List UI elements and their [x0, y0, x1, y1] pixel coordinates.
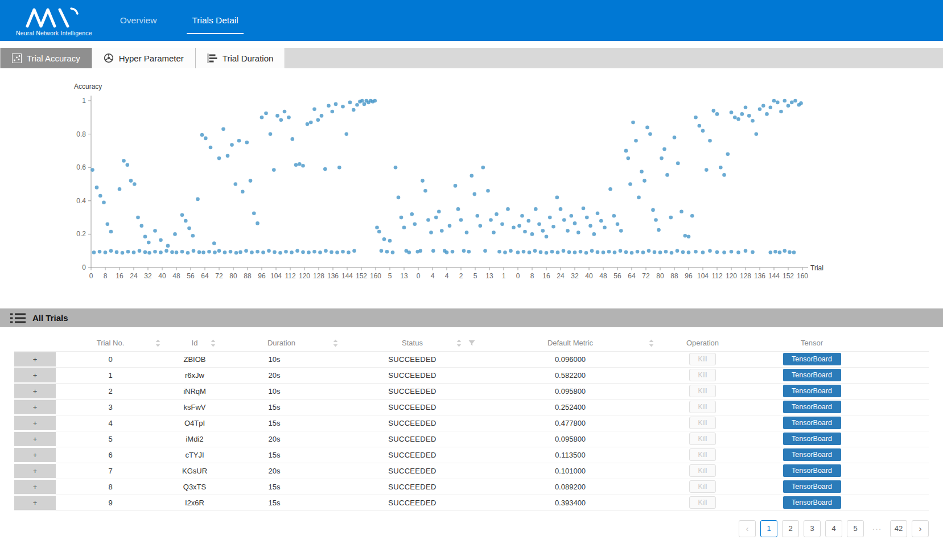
scatter-point[interactable]: [341, 250, 345, 254]
scatter-point[interactable]: [102, 200, 106, 204]
scatter-point[interactable]: [690, 214, 694, 218]
scatter-point[interactable]: [341, 105, 345, 109]
kill-button[interactable]: Kill: [689, 385, 715, 397]
scatter-point[interactable]: [628, 182, 632, 186]
scatter-point[interactable]: [534, 207, 538, 211]
scatter-point[interactable]: [213, 250, 217, 254]
scatter-point[interactable]: [244, 249, 248, 253]
pagination-page[interactable]: 3: [804, 520, 821, 537]
scatter-point[interactable]: [533, 249, 537, 253]
scatter-point[interactable]: [751, 119, 755, 123]
col-header-trial-no[interactable]: Trial No.: [56, 335, 165, 351]
tensorboard-button[interactable]: TensorBoard: [783, 353, 841, 365]
scatter-point[interactable]: [783, 249, 787, 253]
scatter-point[interactable]: [648, 132, 652, 136]
scatter-point[interactable]: [298, 162, 302, 166]
scatter-point[interactable]: [217, 249, 221, 253]
scatter-point[interactable]: [402, 225, 406, 229]
scatter-point[interactable]: [147, 251, 151, 255]
scatter-point[interactable]: [306, 122, 310, 126]
scatter-point[interactable]: [229, 250, 233, 254]
expand-row-button[interactable]: +: [14, 464, 56, 478]
scatter-point[interactable]: [197, 250, 201, 254]
scatter-point[interactable]: [489, 218, 493, 222]
pagination-page[interactable]: 4: [825, 520, 842, 537]
scatter-point[interactable]: [495, 212, 499, 216]
scatter-point[interactable]: [492, 230, 496, 234]
scatter-point[interactable]: [221, 127, 225, 131]
scatter-point[interactable]: [347, 250, 351, 254]
scatter-point[interactable]: [680, 210, 683, 214]
scatter-point[interactable]: [275, 114, 279, 118]
scatter-point[interactable]: [634, 139, 638, 143]
kill-button[interactable]: Kill: [689, 433, 715, 445]
scatter-point[interactable]: [391, 250, 395, 254]
scatter-point[interactable]: [191, 234, 195, 238]
scatter-point[interactable]: [279, 118, 283, 122]
scatter-point[interactable]: [664, 250, 668, 254]
scatter-point[interactable]: [207, 250, 211, 254]
pagination-page[interactable]: 2: [782, 520, 799, 537]
scatter-point[interactable]: [138, 249, 142, 253]
filter-icon[interactable]: [468, 340, 475, 347]
scatter-point[interactable]: [261, 250, 265, 254]
col-header-status[interactable]: Status: [343, 335, 482, 351]
scatter-point[interactable]: [209, 146, 213, 150]
scatter-point[interactable]: [573, 221, 577, 225]
scatter-point[interactable]: [301, 250, 305, 254]
scatter-point[interactable]: [584, 251, 588, 255]
scatter-point[interactable]: [567, 250, 571, 254]
kill-button[interactable]: Kill: [689, 369, 715, 381]
scatter-point[interactable]: [517, 224, 521, 228]
scatter-point[interactable]: [744, 249, 748, 253]
scatter-point[interactable]: [473, 192, 477, 196]
scatter-point[interactable]: [520, 214, 524, 218]
scatter-point[interactable]: [147, 241, 151, 245]
scatter-point[interactable]: [624, 149, 628, 153]
scatter-point[interactable]: [234, 182, 238, 186]
scatter-point[interactable]: [761, 104, 765, 108]
scatter-point[interactable]: [528, 250, 532, 254]
expand-row-button[interactable]: +: [14, 480, 56, 494]
scatter-point[interactable]: [539, 250, 543, 254]
col-header-duration[interactable]: Duration: [220, 335, 343, 351]
scatter-point[interactable]: [654, 218, 658, 222]
expand-row-button[interactable]: +: [14, 368, 56, 382]
scatter-point[interactable]: [673, 135, 677, 139]
scatter-point[interactable]: [530, 232, 534, 236]
scatter-point[interactable]: [397, 196, 401, 200]
scatter-point[interactable]: [509, 249, 513, 253]
scatter-point[interactable]: [273, 250, 277, 254]
tensorboard-button[interactable]: TensorBoard: [783, 385, 841, 397]
pagination-page[interactable]: 1: [760, 520, 777, 537]
scatter-point[interactable]: [394, 166, 398, 170]
scatter-point[interactable]: [245, 141, 249, 145]
scatter-point[interactable]: [730, 250, 734, 254]
scatter-point[interactable]: [373, 99, 377, 103]
scatter-point[interactable]: [683, 234, 687, 238]
scatter-point[interactable]: [192, 249, 196, 253]
scatter-point[interactable]: [320, 114, 324, 118]
kill-button[interactable]: Kill: [689, 417, 715, 429]
scatter-point[interactable]: [249, 179, 253, 183]
sort-icon[interactable]: [456, 339, 462, 347]
scatter-point[interactable]: [579, 250, 583, 254]
scatter-point[interactable]: [793, 99, 797, 103]
scatter-point[interactable]: [670, 251, 674, 255]
scatter-point[interactable]: [284, 250, 288, 254]
scatter-point[interactable]: [506, 207, 510, 211]
scatter-point[interactable]: [769, 250, 773, 254]
scatter-point[interactable]: [388, 239, 392, 243]
scatter-point[interactable]: [769, 105, 773, 109]
scatter-point[interactable]: [95, 186, 99, 190]
scatter-point[interactable]: [256, 250, 260, 254]
scatter-point[interactable]: [223, 250, 227, 254]
scatter-point[interactable]: [143, 235, 147, 239]
scatter-point[interactable]: [545, 235, 549, 239]
scatter-point[interactable]: [479, 224, 483, 228]
scatter-point[interactable]: [608, 187, 612, 191]
expand-row-button[interactable]: +: [14, 432, 56, 446]
scatter-point[interactable]: [687, 235, 691, 239]
scatter-point[interactable]: [272, 168, 276, 172]
scatter-point[interactable]: [419, 249, 423, 253]
